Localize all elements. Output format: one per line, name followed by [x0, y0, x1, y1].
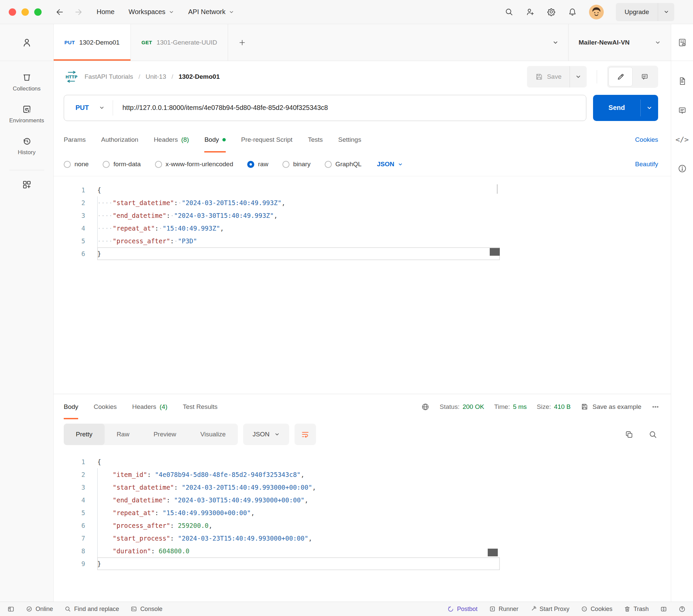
tab-body[interactable]: Body: [204, 127, 225, 152]
body-mode-none[interactable]: none: [64, 161, 88, 168]
copy-icon[interactable]: [625, 430, 634, 439]
send-options-chevron-icon[interactable]: [641, 95, 658, 121]
cookies-link[interactable]: Cookies: [635, 136, 658, 143]
code-line[interactable]: 3 "start_datetime": "2024-03-20T15:40:49…: [54, 481, 500, 494]
help-icon[interactable]: [678, 605, 686, 613]
code-line[interactable]: 2····"start_datetime":·"2024-03-20T15:40…: [54, 197, 500, 209]
code-snippet-icon[interactable]: </>: [676, 136, 689, 144]
code-line[interactable]: 7 "start_process": "2024-03-23T15:40:49.…: [54, 532, 500, 545]
view-raw[interactable]: Raw: [105, 424, 142, 445]
breadcrumb-request-name[interactable]: 1302-Demo01: [178, 73, 220, 80]
online-status[interactable]: Online: [26, 605, 53, 613]
body-mode-x-www-form-urlencoded[interactable]: x-www-form-urlencoded: [155, 161, 234, 168]
view-pretty[interactable]: Pretty: [64, 424, 105, 445]
code-line[interactable]: 1{: [54, 184, 500, 197]
code-line[interactable]: 6}: [54, 247, 500, 260]
code-line[interactable]: 3····"end_datetime":·"2024-03-30T15:40:4…: [54, 209, 500, 222]
request-body-editor[interactable]: 1{2····"start_datetime":·"2024-03-20T15:…: [54, 176, 671, 394]
upgrade-button[interactable]: Upgrade: [616, 3, 674, 21]
body-language-dropdown[interactable]: JSON: [377, 161, 403, 168]
code-line[interactable]: 9}: [54, 557, 500, 570]
tab-settings[interactable]: Settings: [338, 127, 361, 152]
editor-scrollbar-thumb[interactable]: [490, 248, 500, 256]
minimize-window-button[interactable]: [21, 8, 29, 16]
sidebar-item-environments[interactable]: Environments: [9, 104, 44, 124]
nav-home[interactable]: Home: [97, 8, 114, 16]
tab-pre-request-script[interactable]: Pre-request Script: [241, 127, 293, 152]
comments-icon[interactable]: [677, 106, 687, 115]
body-mode-raw[interactable]: raw: [247, 161, 268, 168]
postbot-button[interactable]: Postbot: [447, 605, 478, 613]
comment-icon[interactable]: [633, 67, 657, 86]
response-language-dropdown[interactable]: JSON: [243, 424, 289, 445]
console-button[interactable]: Console: [131, 605, 162, 613]
breadcrumb-collection[interactable]: FastAPI Tutorials: [84, 73, 133, 80]
save-as-example-button[interactable]: Save as example: [581, 403, 641, 411]
chevron-down-icon[interactable]: [658, 9, 674, 15]
save-button[interactable]: Save: [527, 66, 587, 87]
code-line[interactable]: 6 "process_after": 259200.0,: [54, 519, 500, 532]
configure-sidebar-grid-icon[interactable]: [22, 180, 32, 190]
avatar[interactable]: [589, 5, 604, 19]
edit-pencil-icon[interactable]: [609, 67, 633, 86]
beautify-link[interactable]: Beautify: [635, 161, 658, 168]
more-actions-ellipsis-icon[interactable]: [651, 403, 659, 411]
sidebar-item-history[interactable]: History: [18, 136, 36, 156]
invite-user-icon[interactable]: [526, 7, 535, 16]
code-line[interactable]: 4····"repeat_at":·"15:40:49.993Z",: [54, 222, 500, 234]
code-line[interactable]: 5····"process_after":·"P3D": [54, 234, 500, 247]
tab-list-chevron-icon[interactable]: [543, 24, 568, 61]
tab-headers[interactable]: Headers(8): [154, 127, 189, 152]
view-preview[interactable]: Preview: [142, 424, 189, 445]
nav-api-network[interactable]: API Network: [188, 8, 234, 16]
cookies-button[interactable]: Cookies: [581, 605, 613, 613]
trash-button[interactable]: Trash: [624, 605, 649, 613]
code-line[interactable]: 1{: [54, 455, 500, 468]
breadcrumb-folder[interactable]: Unit-13: [145, 73, 166, 80]
environment-quick-look-icon[interactable]: [671, 24, 693, 61]
nav-workspaces[interactable]: Workspaces: [128, 8, 174, 16]
code-line[interactable]: 8 "duration": 604800.0: [54, 545, 500, 557]
notifications-bell-icon[interactable]: [568, 7, 577, 16]
body-mode-binary[interactable]: binary: [282, 161, 311, 168]
sidebar-toggle-icon[interactable]: [7, 605, 15, 613]
maximize-window-button[interactable]: [34, 8, 42, 16]
send-button[interactable]: Send: [593, 95, 658, 121]
sidebar-item-collections[interactable]: Collections: [13, 73, 41, 92]
view-visualize[interactable]: Visualize: [188, 424, 238, 445]
code-line[interactable]: 4 "end_datetime": "2024-03-30T15:40:49.9…: [54, 494, 500, 507]
runner-button[interactable]: Runner: [489, 605, 519, 613]
find-and-replace[interactable]: Find and replace: [64, 605, 119, 613]
environment-selector[interactable]: Mailer-NewAI-VN: [568, 24, 671, 61]
response-tab-test-results[interactable]: Test Results: [183, 394, 217, 419]
wrap-text-icon[interactable]: [295, 424, 316, 445]
start-proxy-button[interactable]: Start Proxy: [530, 605, 570, 613]
profile-icon[interactable]: [0, 24, 53, 61]
tab-tests[interactable]: Tests: [308, 127, 323, 152]
response-tab-headers[interactable]: Headers(4): [132, 394, 167, 419]
editor-scrollbar-thumb[interactable]: [497, 184, 498, 194]
response-body-editor[interactable]: 1{2 "item_id": "4e078b94-5d80-48fe-85d2-…: [54, 449, 671, 601]
info-icon[interactable]: [677, 164, 687, 173]
body-mode-graphql[interactable]: GraphQL: [325, 161, 362, 168]
split-panel-icon[interactable]: [660, 605, 667, 613]
back-icon[interactable]: [55, 7, 64, 17]
response-tab-cookies[interactable]: Cookies: [94, 394, 117, 419]
editor-scrollbar-thumb[interactable]: [488, 549, 498, 556]
forward-icon[interactable]: [74, 7, 83, 17]
code-line[interactable]: 5 "repeat_at": "15:40:49.993000+00:00",: [54, 507, 500, 519]
new-tab-plus-icon[interactable]: [228, 24, 256, 61]
code-line[interactable]: 2 "item_id": "4e078b94-5d80-48fe-85d2-94…: [54, 468, 500, 481]
documentation-icon[interactable]: [677, 77, 687, 86]
network-globe-icon[interactable]: [421, 403, 430, 411]
tab-1302-demo01[interactable]: PUT 1302-Demo01: [54, 24, 131, 61]
tab-authorization[interactable]: Authorization: [101, 127, 138, 152]
save-options-chevron-icon[interactable]: [570, 74, 587, 80]
url-input[interactable]: [113, 104, 586, 111]
response-tab-body[interactable]: Body: [64, 394, 78, 419]
search-icon[interactable]: [504, 7, 514, 16]
settings-gear-icon[interactable]: [547, 7, 556, 16]
tab-1301-generate-uuid[interactable]: GET 1301-Generate-UUID: [131, 24, 229, 61]
search-response-icon[interactable]: [648, 430, 657, 439]
tab-params[interactable]: Params: [64, 127, 85, 152]
